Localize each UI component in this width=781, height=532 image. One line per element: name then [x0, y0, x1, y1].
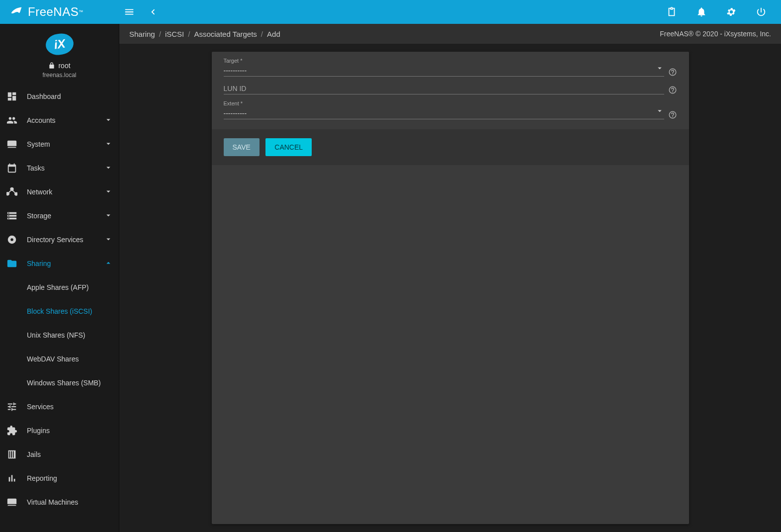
directory-icon: [6, 234, 18, 246]
sidebar: iX root freenas.local DashboardAccountsS…: [0, 24, 119, 532]
calendar-icon: [6, 162, 18, 174]
nav-label: Plugins: [27, 427, 50, 435]
nav-label: Tasks: [27, 164, 45, 172]
ix-badge: iX: [44, 32, 75, 56]
lock-icon: [48, 62, 55, 69]
sidebar-subitem-block-shares-iscsi-[interactable]: Block Shares (iSCSI): [0, 299, 119, 323]
chart-icon: [6, 472, 18, 484]
username: root: [58, 62, 70, 70]
notifications-button[interactable]: [692, 2, 711, 22]
breadcrumbs: Sharing/iSCSI/Associated Targets/Add Fre…: [119, 24, 781, 44]
breadcrumb-iscsi[interactable]: iSCSI: [165, 30, 184, 38]
extent-value: ----------: [224, 109, 247, 117]
sidebar-subitem-apple-shares-afp-[interactable]: Apple Shares (AFP): [0, 275, 119, 299]
nav-label: Directory Services: [27, 236, 84, 244]
dropdown-arrow-icon: [655, 106, 664, 117]
bell-icon: [696, 6, 707, 17]
power-icon: [756, 6, 767, 17]
target-value: ----------: [224, 67, 247, 75]
breadcrumb-add: Add: [267, 30, 280, 38]
sidebar-item-directory-services[interactable]: Directory Services: [0, 228, 119, 252]
dropdown-arrow-icon: [655, 64, 664, 74]
sidebar-subitem-webdav-shares[interactable]: WebDAV Shares: [0, 347, 119, 371]
sidebar-item-tasks[interactable]: Tasks: [0, 156, 119, 180]
sidebar-item-system[interactable]: System: [0, 132, 119, 156]
main: Sharing/iSCSI/Associated Targets/Add Fre…: [119, 24, 781, 532]
sidebar-item-jails[interactable]: Jails: [0, 443, 119, 466]
nav-label: Network: [27, 188, 52, 196]
target-label: Target *: [224, 58, 664, 64]
lunid-label: LUN ID: [224, 85, 247, 92]
chevron-up-icon: [104, 259, 113, 269]
nav-label: Services: [27, 403, 54, 411]
settings-button[interactable]: [721, 2, 741, 22]
extent-select[interactable]: ----------: [224, 107, 664, 119]
chevron-down-icon: [104, 139, 113, 150]
lunid-help-button[interactable]: [668, 86, 677, 94]
breadcrumb-separator: /: [261, 30, 263, 38]
sidebar-item-sharing[interactable]: Sharing: [0, 252, 119, 275]
save-button[interactable]: SAVE: [224, 138, 260, 156]
hostname: freenas.local: [0, 72, 119, 79]
sidebar-item-network[interactable]: Network: [0, 180, 119, 204]
chevron-down-icon: [104, 187, 113, 197]
nav-label: Virtual Machines: [27, 498, 78, 506]
dashboard-icon: [6, 90, 18, 102]
storage-icon: [6, 210, 18, 222]
jail-icon: [6, 448, 18, 460]
sidebar-item-storage[interactable]: Storage: [0, 204, 119, 228]
gear-icon: [726, 6, 737, 17]
network-icon: [6, 186, 18, 198]
clipboard-icon: [666, 6, 677, 17]
brand-text: FreeNAS: [28, 5, 79, 19]
nav-label: Accounts: [27, 116, 56, 124]
extension-icon: [6, 425, 18, 437]
group-icon: [6, 114, 18, 126]
power-button[interactable]: [751, 2, 771, 22]
sidebar-item-dashboard[interactable]: Dashboard: [0, 85, 119, 108]
folder-icon: [6, 258, 18, 269]
clipboard-button[interactable]: [662, 2, 682, 22]
lunid-input[interactable]: LUN ID: [224, 83, 664, 94]
nav-label: Dashboard: [27, 92, 61, 100]
sidebar-subitem-unix-shares-nfs-[interactable]: Unix Shares (NFS): [0, 323, 119, 347]
extent-label: Extent *: [224, 100, 664, 106]
sidebar-item-virtual-machines[interactable]: Virtual Machines: [0, 490, 119, 514]
target-help-button[interactable]: [668, 68, 677, 77]
tune-icon: [6, 401, 18, 413]
nav-label: Jails: [27, 450, 41, 458]
chevron-left-icon: [148, 6, 159, 17]
sidebar-item-services[interactable]: Services: [0, 395, 119, 419]
brand-logo[interactable]: FreeNAS™: [4, 5, 119, 19]
back-button[interactable]: [143, 2, 163, 22]
nav-label: System: [27, 140, 50, 148]
nav-label: Storage: [27, 212, 51, 220]
topbar: FreeNAS™: [0, 0, 781, 24]
chevron-down-icon: [104, 235, 113, 245]
trademark-symbol: ™: [79, 9, 83, 14]
breadcrumb-separator: /: [188, 30, 190, 38]
target-select[interactable]: ----------: [224, 65, 664, 77]
form-card: Target * ---------- LUN ID: [212, 52, 689, 524]
help-icon: [668, 110, 677, 119]
sidebar-item-accounts[interactable]: Accounts: [0, 108, 119, 132]
extent-help-button[interactable]: [668, 110, 677, 119]
sidebar-item-plugins[interactable]: Plugins: [0, 419, 119, 443]
menu-icon: [124, 6, 135, 17]
chevron-down-icon: [104, 163, 113, 174]
nav-label: Sharing: [27, 260, 51, 267]
sidebar-item-reporting[interactable]: Reporting: [0, 466, 119, 490]
help-icon: [668, 86, 677, 94]
shark-icon: [8, 5, 25, 19]
laptop-icon: [6, 138, 18, 150]
cancel-button[interactable]: CANCEL: [265, 138, 312, 156]
breadcrumb-associated-targets[interactable]: Associated Targets: [194, 30, 257, 38]
nav-label: Reporting: [27, 474, 57, 482]
chevron-down-icon: [104, 115, 113, 126]
breadcrumb-separator: /: [159, 30, 161, 38]
breadcrumb-sharing[interactable]: Sharing: [129, 30, 155, 38]
sidebar-subitem-windows-shares-smb-[interactable]: Windows Shares (SMB): [0, 371, 119, 395]
user-line: root: [0, 62, 119, 70]
help-icon: [668, 68, 677, 77]
menu-toggle-button[interactable]: [119, 2, 139, 22]
